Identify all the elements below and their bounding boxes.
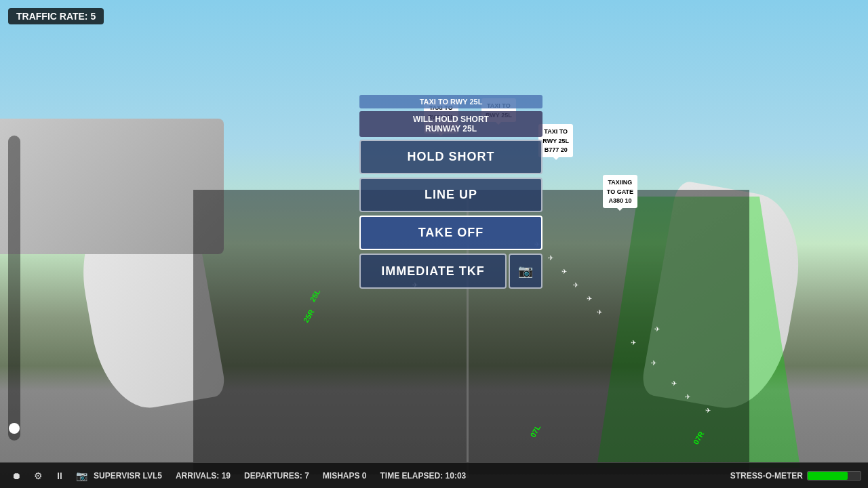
- arrivals-count: ARRIVALS: 19: [176, 471, 231, 481]
- take-off-button[interactable]: TAKE OFF: [359, 216, 542, 250]
- status-bar: ⏺ ⚙ ⏸ 📷 SUPERVISR LVL5 ARRIVALS: 19 DEPA…: [0, 462, 868, 488]
- plane-icon-7: ✈: [631, 339, 636, 346]
- taxi-info-label: TAXI TO RWY 25L: [359, 95, 542, 108]
- traffic-rate-badge: TRAFFIC RATE: 5: [8, 8, 104, 24]
- will-hold-label: WILL HOLD SHORT RUNWAY 25L: [359, 111, 542, 137]
- plane-icon-6: ✈: [597, 308, 602, 316]
- plane-icon-4: ✈: [573, 281, 578, 289]
- record-icon[interactable]: ⏺: [7, 466, 26, 485]
- hold-short-button[interactable]: HOLD SHORT: [359, 140, 542, 174]
- stress-bar-fill: [808, 472, 848, 480]
- plane-icon-5: ✈: [587, 295, 592, 302]
- zoom-slider[interactable]: [8, 136, 20, 441]
- taxiing-label: TAXIING TO GATE A380 10: [603, 175, 637, 208]
- camera-button[interactable]: 📷: [509, 253, 542, 289]
- supervisor-level: SUPERVISR LVL5: [94, 471, 162, 481]
- terminal-building-left: [0, 119, 224, 254]
- pause-icon[interactable]: ⏸: [50, 466, 69, 485]
- stress-bar-background: [807, 471, 861, 481]
- plane-icon-12: ✈: [654, 325, 660, 333]
- taxi-label-3: TAXI TO RWY 25L B777 20: [538, 124, 573, 157]
- settings-icon[interactable]: ⚙: [28, 466, 47, 485]
- time-elapsed: TIME ELAPSED: 10:03: [380, 471, 467, 481]
- plane-icon-11: ✈: [705, 407, 711, 414]
- plane-icon-10: ✈: [685, 393, 690, 401]
- immediate-row: IMMEDIATE TKF 📷: [359, 253, 542, 289]
- immediate-tkf-button[interactable]: IMMEDIATE TKF: [359, 253, 507, 289]
- status-camera-icon[interactable]: 📷: [72, 466, 91, 485]
- plane-icon-9: ✈: [671, 380, 677, 387]
- departures-count: DEPARTURES: 7: [244, 471, 309, 481]
- slider-thumb[interactable]: [9, 423, 20, 434]
- line-up-button[interactable]: LINE UP: [359, 178, 542, 212]
- mishaps-count: MISHAPS 0: [323, 471, 367, 481]
- stress-o-meter-label: STRESS-O-METER: [730, 471, 803, 481]
- plane-icon-2: ✈: [548, 254, 553, 262]
- plane-icon-8: ✈: [651, 359, 656, 367]
- plane-icon-3: ✈: [561, 268, 567, 275]
- context-menu: TAXI TO RWY 25L WILL HOLD SHORT RUNWAY 2…: [359, 95, 542, 291]
